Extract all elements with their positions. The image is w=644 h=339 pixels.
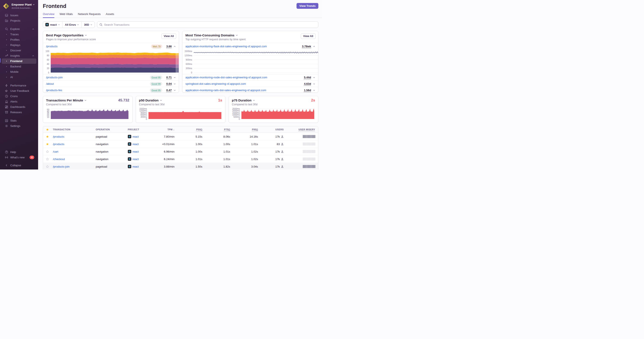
- transaction-link[interactable]: /products-join: [53, 165, 70, 168]
- opportunity-score[interactable]: 0.47: [164, 89, 172, 92]
- col-users[interactable]: USERS: [259, 128, 285, 131]
- star-toggle[interactable]: [43, 158, 52, 161]
- card-title[interactable]: Best Page Opportunities: [46, 33, 176, 37]
- sidebar-item-user-feedback[interactable]: User Feedback: [2, 88, 36, 93]
- score-badge[interactable]: Good 95: [150, 88, 162, 92]
- expand-toggle[interactable]: [174, 76, 176, 78]
- sidebar-item-frontend[interactable]: Frontend: [2, 58, 36, 64]
- col-operation[interactable]: OPERATION: [94, 128, 126, 131]
- star-outline-icon[interactable]: [46, 150, 49, 153]
- tab-web-vitals[interactable]: Web Vitals: [60, 12, 73, 18]
- sidebar-item-backend[interactable]: Backend: [2, 64, 36, 69]
- org-switcher[interactable]: Empower Plant dominik.buszowiec…: [0, 0, 38, 10]
- time-spent-value[interactable]: 1.56d: [304, 89, 311, 92]
- expand-toggle[interactable]: [313, 89, 315, 91]
- sidebar-item-stats[interactable]: Stats: [2, 118, 36, 123]
- star-filled-icon[interactable]: [46, 143, 49, 146]
- tab-assets[interactable]: Assets: [106, 12, 114, 18]
- transaction-link[interactable]: /checkout: [53, 158, 65, 161]
- star-filled-icon[interactable]: [46, 128, 49, 131]
- opportunity-score[interactable]: 3.66: [164, 45, 172, 48]
- col-p75[interactable]: P75(): [204, 128, 232, 131]
- project-link[interactable]: react: [132, 135, 139, 138]
- sidebar-item-replays[interactable]: Replays: [2, 42, 36, 48]
- search-input[interactable]: [97, 23, 318, 26]
- sidebar-item-ai[interactable]: AI: [2, 74, 36, 80]
- sidebar-item-dashboards[interactable]: Dashboards: [2, 104, 36, 110]
- sidebar-item-whats-new[interactable]: What's new4: [2, 155, 36, 160]
- expand-toggle[interactable]: [313, 45, 315, 47]
- tab-network-requests[interactable]: Network Requests: [78, 12, 100, 18]
- expand-toggle[interactable]: [313, 76, 315, 78]
- score-badge[interactable]: Good 99: [150, 82, 162, 86]
- expand-toggle[interactable]: [174, 45, 176, 47]
- sidebar-item-releases[interactable]: Releases: [2, 110, 36, 115]
- domain-link[interactable]: application-monitoring-node-dot-sales-en…: [186, 76, 267, 79]
- project-filter[interactable]: react: [43, 22, 62, 28]
- sidebar-item-settings[interactable]: Settings: [2, 123, 36, 129]
- project-link[interactable]: react: [132, 158, 139, 161]
- sidebar-item-traces[interactable]: Traces: [2, 32, 36, 37]
- sidebar-item-alerts[interactable]: Alerts: [2, 99, 36, 104]
- sidebar-item-issues[interactable]: Issues: [2, 13, 36, 18]
- transaction-link[interactable]: /products: [53, 143, 64, 146]
- metric-title[interactable]: Transactions Per Minute: [46, 98, 129, 102]
- expand-toggle[interactable]: [174, 83, 176, 85]
- col-p50[interactable]: P50(): [176, 128, 204, 131]
- domain-link[interactable]: springboot-dot-sales-engineering-sf.apps…: [186, 82, 246, 85]
- sidebar-item-label: Help: [10, 150, 34, 154]
- sidebar-item-explore[interactable]: Explore: [2, 26, 36, 32]
- time-spent-value[interactable]: 3.78wk: [302, 45, 311, 48]
- star-column-header[interactable]: [43, 128, 52, 131]
- sidebar-item-collapse[interactable]: Collapse: [2, 163, 36, 168]
- sidebar-item-insights[interactable]: Insights: [2, 53, 36, 58]
- col-p95[interactable]: P95(): [232, 128, 259, 131]
- metric-title[interactable]: p75 Duration: [232, 98, 315, 102]
- opportunity-score[interactable]: 0.04: [164, 82, 172, 85]
- view-all-button[interactable]: View All: [162, 33, 176, 39]
- view-trends-button[interactable]: View Trends: [296, 3, 318, 9]
- sidebar-item-profiles[interactable]: Profiles: [2, 37, 36, 42]
- sidebar-item-projects[interactable]: Projects: [2, 18, 36, 23]
- card-title[interactable]: Most Time-Consuming Domains: [186, 33, 315, 37]
- time-spent-value[interactable]: 4.63d: [304, 82, 311, 85]
- domain-link[interactable]: application-monitoring-rails-dot-sales-e…: [186, 89, 266, 92]
- score-badge[interactable]: Meh 79: [151, 44, 162, 48]
- transaction-link[interactable]: /products: [53, 135, 64, 138]
- sidebar-item-discover[interactable]: Discover: [2, 48, 36, 53]
- domain-link[interactable]: application-monitoring-flask-dot-sales-e…: [186, 45, 267, 48]
- sidebar-item-help[interactable]: Help: [2, 149, 36, 155]
- view-all-button[interactable]: View All: [301, 33, 316, 39]
- star-filled-icon[interactable]: [46, 135, 49, 138]
- project-link[interactable]: react: [132, 150, 139, 153]
- metric-title[interactable]: p50 Duration: [139, 98, 222, 102]
- page-link[interactable]: /about: [46, 82, 54, 85]
- page-link[interactable]: /products: [46, 45, 58, 48]
- project-link[interactable]: react: [132, 165, 139, 168]
- score-badge[interactable]: Good 95: [150, 75, 162, 79]
- sidebar-item-performance[interactable]: Performance: [2, 83, 36, 88]
- star-toggle[interactable]: [43, 143, 52, 146]
- star-toggle[interactable]: [43, 165, 52, 168]
- date-range-filter[interactable]: 30D: [81, 22, 95, 28]
- opportunity-score[interactable]: 0.71: [164, 76, 172, 79]
- expand-toggle[interactable]: [313, 83, 315, 85]
- environment-filter[interactable]: All Envs: [62, 22, 81, 28]
- page-link[interactable]: /products-fes: [46, 89, 62, 92]
- page-link[interactable]: /products-join: [46, 76, 63, 79]
- star-toggle[interactable]: [43, 150, 52, 153]
- col-tpm[interactable]: TPM ↓: [156, 128, 176, 131]
- col-user-misery[interactable]: USER MISERY: [285, 128, 318, 131]
- transaction-link[interactable]: /cart: [53, 150, 58, 153]
- expand-toggle[interactable]: [174, 89, 176, 91]
- tab-overview[interactable]: Overview: [43, 12, 54, 18]
- sidebar-item-crons[interactable]: Crons: [2, 93, 36, 99]
- sidebar-item-mobile[interactable]: Mobile: [2, 69, 36, 74]
- col-project[interactable]: PROJECT: [126, 128, 156, 131]
- star-outline-icon[interactable]: [46, 158, 49, 161]
- project-link[interactable]: react: [132, 143, 139, 146]
- star-toggle[interactable]: [43, 135, 52, 138]
- col-transaction[interactable]: TRANSACTION: [52, 128, 94, 131]
- time-spent-value[interactable]: 5.44d: [304, 76, 311, 79]
- star-outline-icon[interactable]: [46, 165, 49, 168]
